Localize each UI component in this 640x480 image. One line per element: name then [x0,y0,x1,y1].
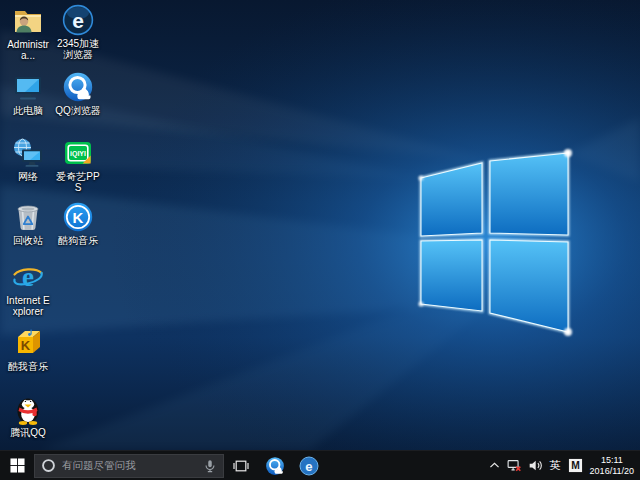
task-view-icon [233,458,249,474]
desktop-icon-tencent-qq[interactable]: 腾讯QQ [4,393,52,438]
desktop-icon-this-pc[interactable]: 此电脑 [4,71,52,116]
desktop-icon-qq-browser[interactable]: QQ浏览器 [54,71,102,116]
desktop-icon-label: 酷我音乐 [4,361,52,372]
svg-text:iQIYI: iQIYI [70,150,86,158]
search-placeholder: 有问题尽管问我 [62,459,203,473]
desktop-icon-label: 爱奇艺PPS [54,171,102,193]
tray-volume-button[interactable] [525,451,546,480]
taskbar-qq-browser-button[interactable] [258,451,292,480]
desktop-icon-label: 腾讯QQ [4,427,52,438]
taskbar-clock[interactable]: 15:11 2016/11/20 [586,455,640,476]
task-view-button[interactable] [224,451,258,480]
taskbar: 有问题尽管问我 e [0,450,640,480]
desktop-icon-network[interactable]: 网络 [4,137,52,182]
desktop-icon-iqiyi-pps[interactable]: iQIYI 爱奇艺PPS [54,137,102,193]
qq-browser-icon [62,71,94,103]
clock-time: 15:11 [590,455,634,466]
svg-text:e: e [305,458,312,473]
desktop-icon-label: 回收站 [4,235,52,246]
desktop-icon-kuwo-music[interactable]: K 酷我音乐 [4,327,52,372]
iqiyi-pps-icon: iQIYI [62,137,94,169]
microphone-icon[interactable] [203,459,217,473]
cortana-icon [41,458,56,473]
windows-logo-icon [10,458,25,473]
desktop-icon-internet-explorer[interactable]: e Internet Explorer [4,261,52,317]
speaker-icon [528,458,543,473]
desktop-icon-administrator[interactable]: Administra... [4,5,52,61]
network-disconnected-icon [507,458,522,473]
clock-date: 2016/11/20 [590,466,634,477]
start-button[interactable] [0,451,34,480]
ime-mode-icon: M [568,458,583,473]
desktop-icon-label: Internet Explorer [4,295,52,317]
svg-text:e: e [72,9,84,32]
tray-expand-button[interactable] [485,451,504,480]
2345-browser-taskbar-icon: e [299,456,319,476]
this-pc-icon [12,71,44,103]
desktop-icon-label: Administra... [4,39,52,61]
svg-text:e: e [22,262,34,292]
system-tray: 英 M 15:11 2016/11/20 [485,451,640,480]
qq-browser-taskbar-icon [265,456,285,476]
kugou-music-icon: K [62,201,94,233]
desktop-icon-2345-browser[interactable]: e 2345加速浏览器 [54,4,102,60]
tray-network-button[interactable] [504,451,525,480]
desktop-icon-label: 网络 [4,171,52,182]
internet-explorer-icon: e [12,261,44,293]
desktop-icon-label: 2345加速浏览器 [54,38,102,60]
ime-mode-button[interactable]: M [565,451,586,480]
desktop-icon-kugou-music[interactable]: K 酷狗音乐 [54,201,102,246]
user-folder-icon [12,5,44,37]
desktop-surface[interactable]: Administra... 此电脑 网络 [0,0,640,450]
2345-browser-icon: e [62,4,94,36]
svg-text:K: K [21,338,31,353]
windows-desktop-screen: Administra... 此电脑 网络 [0,0,640,480]
cortana-search-box[interactable]: 有问题尽管问我 [34,454,224,478]
svg-text:M: M [571,460,580,471]
tencent-qq-icon [12,393,44,425]
ime-language-indicator[interactable]: 英 [546,451,565,480]
desktop-icon-label: 此电脑 [4,105,52,116]
desktop-icon-recycle-bin[interactable]: 回收站 [4,201,52,246]
svg-text:K: K [73,209,84,226]
desktop-icon-label: QQ浏览器 [54,105,102,116]
recycle-bin-icon [12,201,44,233]
taskbar-2345-browser-button[interactable]: e [292,451,326,480]
network-icon [12,137,44,169]
kuwo-music-icon: K [12,327,44,359]
desktop-icon-label: 酷狗音乐 [54,235,102,246]
chevron-up-icon [488,459,501,472]
